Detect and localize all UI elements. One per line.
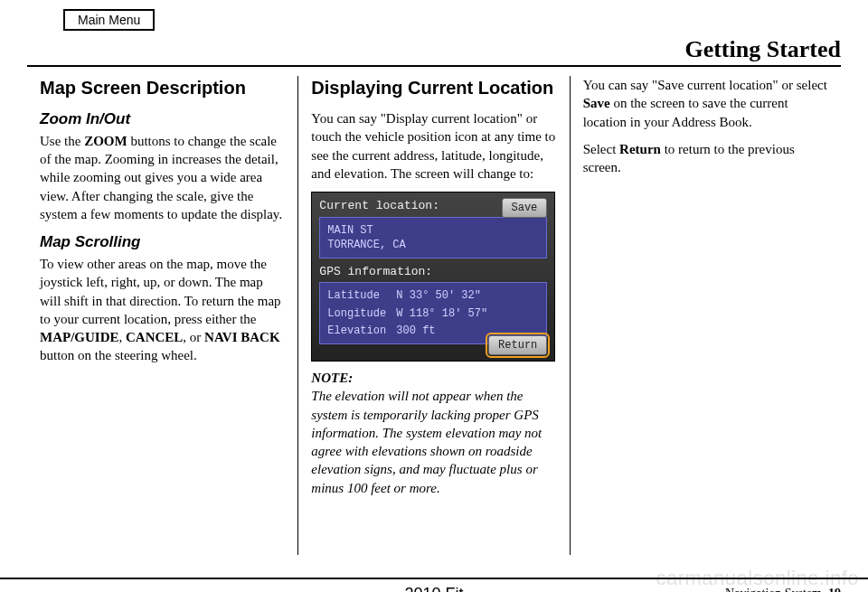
gps-screen-illustration: Save Current location: MAIN ST TORRANCE,… [311,192,555,362]
bold-zoom: ZOOM [84,134,127,148]
text: To view other areas on the map, move the… [40,257,281,326]
gps-address-box: MAIN ST TORRANCE, CA [319,217,547,258]
main-menu-container: Main Menu [27,9,841,31]
text: on the screen to save the current locati… [583,96,788,128]
column-3: You can say "Save current location" or s… [570,76,841,555]
footer-model: 2010 Fit [404,585,463,592]
gps-lon-label: Longitude [327,306,391,321]
paragraph-scrolling: To view other areas on the map, move the… [40,255,285,365]
section-title: Getting Started [27,36,841,67]
watermark: carmanualsonline.info [656,567,859,590]
text: , [119,330,127,344]
heading-map-screen-description: Map Screen Description [40,76,285,100]
paragraph-display-intro: You can say "Display current location" o… [311,109,556,183]
gps-address-line2: TORRANCE, CA [327,238,539,252]
column-2: Displaying Current Location You can say … [297,76,569,555]
main-menu-button[interactable]: Main Menu [63,9,155,31]
heading-zoom-in-out: Zoom In/Out [40,109,285,130]
text: Use the [40,134,84,148]
bold-mapguide: MAP/GUIDE [40,330,119,344]
bold-cancel: CANCEL [126,330,183,344]
content-columns: Map Screen Description Zoom In/Out Use t… [27,76,841,555]
gps-lon-value: W 118° 18' 57" [396,306,539,321]
text: button on the steering wheel. [40,348,197,362]
bold-save: Save [583,96,610,110]
heading-displaying-current-location: Displaying Current Location [311,76,556,100]
paragraph-return: Select Return to return to the previous … [583,140,828,177]
note-body: The elevation will not appear when the s… [311,387,556,497]
gps-return-button: Return [488,335,547,355]
bold-naviback: NAVI BACK [204,330,280,344]
bold-return: Return [619,142,661,156]
gps-information-label: GPS information: [319,264,547,280]
gps-save-button: Save [502,198,548,218]
manual-page: Main Menu Getting Started Map Screen Des… [0,0,868,592]
gps-lat-value: N 33° 50' 32" [396,288,539,303]
note-label: NOTE: [311,369,556,387]
gps-ele-label: Elevation [327,324,391,338]
column-1: Map Screen Description Zoom In/Out Use t… [27,76,297,555]
gps-lat-label: Latitude [327,288,391,303]
paragraph-save-location: You can say "Save current location" or s… [583,76,828,131]
heading-map-scrolling: Map Scrolling [40,232,285,253]
paragraph-zoom: Use the ZOOM buttons to change the scale… [40,132,285,223]
text: Select [583,142,619,156]
text: You can say "Save current location" or s… [583,78,827,92]
gps-address-line1: MAIN ST [327,223,539,238]
text: , or [183,330,204,344]
